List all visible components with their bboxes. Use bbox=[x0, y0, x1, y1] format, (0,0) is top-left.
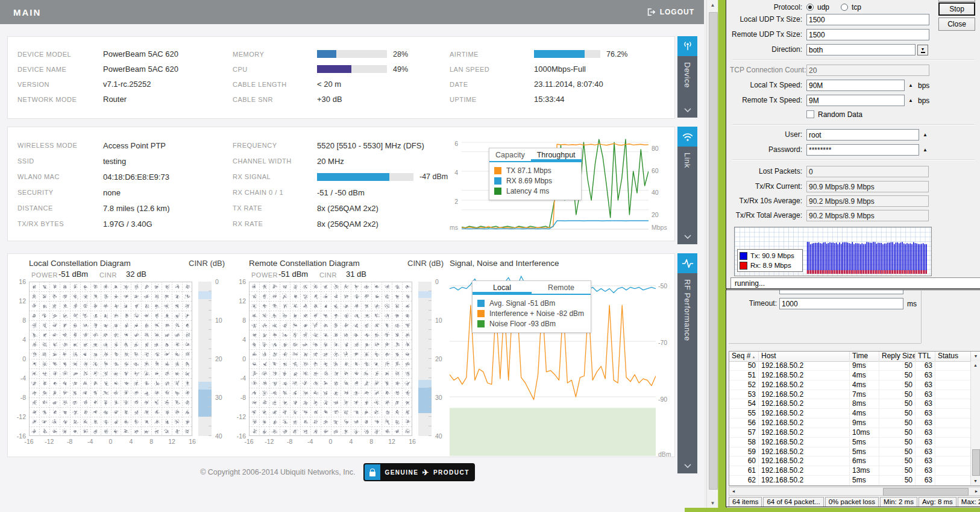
group-divider-horizontal bbox=[729, 343, 921, 344]
side-tab-device[interactable]: Device bbox=[677, 36, 697, 115]
ping-window: Timeout: 1000 ms Seq # ▴ Host Time Reply… bbox=[726, 289, 980, 507]
local-cinr-value: 32 dB bbox=[126, 270, 146, 279]
column-seq[interactable]: Seq # ▴ bbox=[729, 352, 759, 361]
info-value: PowerBeam 5AC 620 bbox=[103, 65, 178, 74]
column-menu-button[interactable]: ▼ bbox=[970, 352, 980, 361]
tab-local[interactable]: Local bbox=[473, 281, 532, 295]
table-row[interactable]: 61 192.168.50.2 13ms 50 63 bbox=[729, 466, 971, 476]
browser-scrollbar[interactable]: ▲ ▼ bbox=[706, 0, 718, 512]
cell-status bbox=[935, 381, 971, 390]
legend-label: Interference + Noise -82 dBm bbox=[489, 309, 584, 318]
txrx-total-avg-field: 90.2 Mbps/8.9 Mbps bbox=[806, 210, 929, 221]
direction-dropdown-button[interactable]: ▼ bbox=[917, 45, 928, 55]
scroll-down-arrow[interactable]: ▼ bbox=[707, 498, 718, 508]
column-reply-size[interactable]: Reply Size bbox=[879, 352, 916, 361]
column-ttl[interactable]: TTL bbox=[916, 352, 935, 361]
direction-select[interactable]: both bbox=[806, 44, 916, 55]
table-row[interactable]: 50 192.168.50.2 9ms 50 63 bbox=[729, 361, 971, 371]
table-scrollbar-thumb[interactable] bbox=[972, 449, 980, 476]
table-row[interactable]: 60 192.168.50.2 6ms 50 63 bbox=[729, 457, 971, 466]
cell-reply-size: 50 bbox=[879, 399, 916, 408]
separator bbox=[732, 59, 975, 60]
table-row[interactable]: 52 192.168.50.2 4ms 50 63 bbox=[729, 381, 971, 390]
cell-time: 5ms bbox=[850, 476, 879, 485]
axis-tick: 30 bbox=[435, 394, 447, 400]
cell-reply-size: 50 bbox=[879, 438, 916, 447]
user-spinner[interactable]: ▲ bbox=[923, 132, 928, 137]
axis-tick: 4 bbox=[230, 337, 246, 343]
table-scroll-down-arrow[interactable]: ▼ bbox=[971, 477, 980, 485]
cable-length-value: < 20 m bbox=[317, 80, 341, 89]
random-data-label[interactable]: Random Data bbox=[818, 110, 862, 119]
column-host[interactable]: Host bbox=[759, 352, 850, 361]
password-spinner[interactable]: ▲ bbox=[923, 147, 928, 153]
memory-label: MEMORY bbox=[233, 51, 317, 58]
axis-tick: -8 bbox=[230, 394, 246, 400]
password-field[interactable]: ******** bbox=[806, 144, 919, 156]
table-scroll-up-arrow[interactable]: ▲ bbox=[971, 361, 980, 370]
info-label: TX/RX BYTES bbox=[17, 220, 103, 227]
random-data-checkbox[interactable] bbox=[806, 110, 814, 118]
local-udp-size-field[interactable]: 1500 bbox=[806, 14, 929, 25]
scroll-up-arrow[interactable]: ▲ bbox=[707, 0, 718, 10]
close-button[interactable]: Close bbox=[938, 17, 975, 31]
side-tab-rf-performance[interactable]: RF Performance bbox=[677, 253, 697, 470]
logout-button[interactable]: LOGOUT bbox=[646, 0, 694, 24]
tab-remote[interactable]: Remote bbox=[532, 281, 591, 295]
table-row[interactable]: 53 192.168.50.2 7ms 50 63 bbox=[729, 390, 971, 400]
cell-reply-size: 50 bbox=[879, 361, 916, 370]
timeout-field[interactable]: 1000 bbox=[779, 298, 903, 309]
axis-tick: 20 bbox=[652, 212, 667, 218]
tab-throughput[interactable]: Throughput bbox=[531, 148, 582, 162]
table-row[interactable]: 59 192.168.50.2 5ms 50 63 bbox=[729, 447, 971, 457]
column-time[interactable]: Time bbox=[850, 352, 879, 361]
info-row: DEVICE NAME PowerBeam 5AC 620 bbox=[17, 62, 225, 77]
timeout-label: Timeout: bbox=[730, 298, 777, 309]
info-value: none bbox=[103, 188, 121, 197]
legend-item: Avg. Signal -51 dBm bbox=[477, 298, 586, 308]
table-scroll-left-arrow[interactable]: ◄ bbox=[729, 487, 738, 495]
axis-tick: 0 bbox=[230, 356, 246, 362]
axis-tick: 8 bbox=[363, 438, 379, 444]
radio-udp-label[interactable]: udp bbox=[817, 3, 829, 11]
local-tx-speed-field[interactable]: 90M bbox=[806, 80, 905, 91]
axis-tick: 8 bbox=[230, 317, 246, 323]
tab-capacity[interactable]: Capacity bbox=[489, 148, 531, 162]
axis-tick: -50 bbox=[658, 283, 673, 289]
info-value: v7.1-rc.25252 bbox=[103, 80, 151, 89]
table-row[interactable]: 51 192.168.50.2 4ms 50 63 bbox=[729, 371, 971, 381]
local-speed-spinner[interactable]: ▲ bbox=[908, 83, 913, 88]
table-vertical-scrollbar[interactable]: ▲ ▼ bbox=[970, 361, 980, 485]
table-row[interactable]: 58 192.168.50.2 5ms 50 63 bbox=[729, 438, 971, 447]
h-scrollbar-thumb[interactable] bbox=[883, 488, 969, 496]
axis-tick: 40 bbox=[435, 433, 447, 439]
column-status[interactable]: Status bbox=[935, 352, 963, 361]
cpu-label: CPU bbox=[233, 66, 317, 73]
partial-button[interactable] bbox=[938, 0, 975, 2]
tx-swatch bbox=[740, 252, 747, 260]
table-horizontal-scrollbar[interactable]: ◄ ► bbox=[729, 487, 980, 496]
cell-seq: 60 bbox=[729, 457, 759, 466]
signal-legend: Avg. Signal -51 dBm Interference + Noise… bbox=[473, 295, 591, 332]
radio-udp[interactable] bbox=[806, 4, 814, 11]
tcp-count-label: TCP Connection Count: bbox=[730, 65, 802, 76]
table-scroll-right-arrow[interactable]: ► bbox=[972, 487, 980, 495]
side-tab-link[interactable]: Link bbox=[677, 127, 697, 241]
device-stats-column: MEMORY 28% CPU 49% CABLE LENGTH < 20 m C… bbox=[233, 46, 432, 107]
table-row[interactable]: 62 192.168.50.2 5ms 50 63 bbox=[729, 476, 971, 485]
stop-button[interactable]: Stop bbox=[938, 2, 975, 16]
axis-tick: 0 bbox=[323, 438, 339, 444]
user-field[interactable]: root bbox=[806, 129, 919, 141]
remote-tx-speed-field[interactable]: 9M bbox=[806, 95, 905, 106]
table-row[interactable]: 56 192.168.50.2 9ms 50 63 bbox=[729, 419, 971, 428]
badge-product-label: PRODUCT bbox=[433, 469, 470, 476]
radio-tcp[interactable] bbox=[841, 4, 848, 11]
table-row[interactable]: 57 192.168.50.2 10ms 50 63 bbox=[729, 428, 971, 438]
remote-udp-size-field[interactable]: 1500 bbox=[806, 29, 929, 40]
scrollbar-thumb[interactable] bbox=[709, 12, 718, 490]
table-row[interactable]: 55 192.168.50.2 4ms 50 63 bbox=[729, 409, 971, 419]
info-value: 04:18:D6:E8:E9:73 bbox=[103, 172, 169, 182]
table-row[interactable]: 54 192.168.50.2 8ms 50 63 bbox=[729, 399, 971, 409]
radio-tcp-label[interactable]: tcp bbox=[852, 3, 861, 11]
remote-speed-spinner[interactable]: ▲ bbox=[908, 98, 913, 103]
